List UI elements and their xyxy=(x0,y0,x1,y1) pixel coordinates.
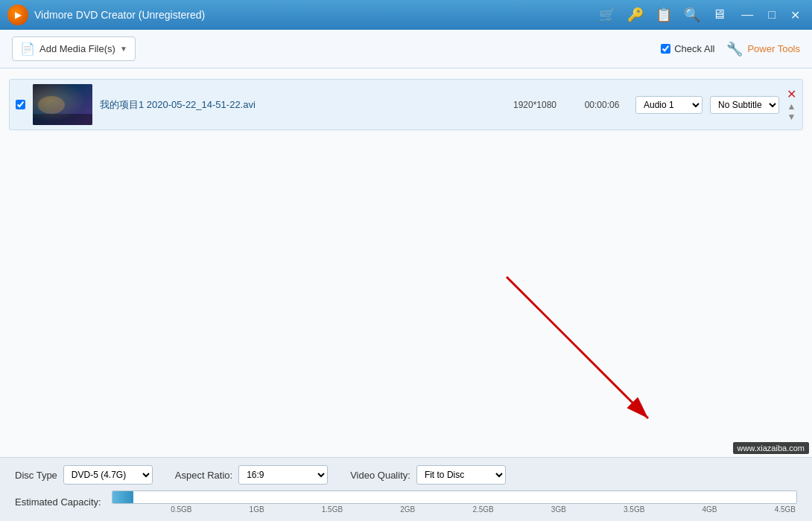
add-file-icon: 📄 xyxy=(20,42,35,56)
close-button[interactable]: ✕ xyxy=(786,7,805,24)
capacity-bar-wrapper: 0.5GB 1GB 1.5GB 2GB 2.5GB 3GB 3.5GB 4GB … xyxy=(112,490,797,514)
video-quality-label: Video Quality: xyxy=(350,470,410,481)
title-bar: ▶ Vidmore DVD Creator (Unregistered) 🛒 🔑… xyxy=(0,0,812,30)
tick-35gb: 3.5GB xyxy=(624,505,644,514)
file-thumbnail xyxy=(33,84,92,125)
tick-1gb: 1GB xyxy=(250,505,264,514)
check-all-label[interactable]: Check All xyxy=(661,43,714,54)
tick-25gb: 2.5GB xyxy=(472,505,493,514)
watermark: www.xiazaiba.com xyxy=(733,442,809,454)
add-media-label: Add Media File(s) xyxy=(39,43,115,54)
move-up-button[interactable]: ▲ xyxy=(787,102,796,111)
disc-type-label: Disc Type xyxy=(15,470,57,481)
disc-type-field: Disc Type DVD-5 (4.7G) DVD-9 (8.5G) BD-2… xyxy=(15,465,153,485)
move-down-button[interactable]: ▼ xyxy=(787,112,796,121)
capacity-label: Estimated Capacity: xyxy=(15,496,104,508)
tick-15gb: 1.5GB xyxy=(322,505,343,514)
aspect-ratio-field: Aspect Ratio: 16:9 4:3 xyxy=(175,465,328,485)
bottom-options-row: Disc Type DVD-5 (4.7G) DVD-9 (8.5G) BD-2… xyxy=(15,465,797,485)
window-controls: — □ ✕ xyxy=(737,7,805,24)
tick-2gb: 2GB xyxy=(400,505,415,514)
file-duration: 00:00:06 xyxy=(576,100,628,110)
search-icon[interactable]: 🔍 xyxy=(680,5,704,25)
svg-line-4 xyxy=(507,277,648,418)
tick-05gb: 0.5GB xyxy=(171,505,191,514)
cart-icon[interactable]: 🛒 xyxy=(595,5,619,25)
power-tools-button[interactable]: 🔧 Power Tools xyxy=(726,41,800,57)
bottom-bar: Disc Type DVD-5 (4.7G) DVD-9 (8.5G) BD-2… xyxy=(0,457,812,521)
title-bar-icons: 🛒 🔑 📋 🔍 🖥 xyxy=(595,5,729,25)
copy-icon[interactable]: 📋 xyxy=(652,5,676,25)
capacity-bar-container xyxy=(112,490,797,504)
file-list: 我的项目1 2020-05-22_14-51-22.avi 1920*1080 … xyxy=(0,68,812,141)
add-media-dropdown-arrow: ▼ xyxy=(120,45,127,53)
file-name: 我的项目1 2020-05-22_14-51-22.avi xyxy=(100,98,494,112)
check-all-checkbox[interactable] xyxy=(661,44,670,54)
toolbar-right: Check All 🔧 Power Tools xyxy=(661,41,800,57)
file-resolution: 1920*1080 xyxy=(501,100,568,110)
subtitle-select[interactable]: No Subtitle Subtitle 1 xyxy=(710,96,779,114)
maximize-button[interactable]: □ xyxy=(764,7,780,23)
tick-45gb: 4.5GB xyxy=(775,505,796,514)
disc-type-select[interactable]: DVD-5 (4.7G) DVD-9 (8.5G) BD-25 (25G) xyxy=(63,465,153,485)
remove-file-button[interactable]: ✕ xyxy=(787,89,796,100)
file-item-controls: ✕ ▲ ▼ xyxy=(787,89,796,121)
app-logo: ▶ xyxy=(7,4,28,25)
video-quality-field: Video Quality: Fit to Disc High Quality … xyxy=(350,465,506,485)
power-tools-label: Power Tools xyxy=(747,43,800,54)
minimize-button[interactable]: — xyxy=(737,7,758,23)
wrench-icon: 🔧 xyxy=(726,41,743,57)
toolbar: 📄 Add Media File(s) ▼ Check All 🔧 Power … xyxy=(0,30,812,68)
tick-4gb: 4GB xyxy=(702,505,717,514)
aspect-ratio-label: Aspect Ratio: xyxy=(175,470,232,481)
key-icon[interactable]: 🔑 xyxy=(624,5,647,25)
video-quality-select[interactable]: Fit to Disc High Quality Medium Quality … xyxy=(416,465,506,485)
app-title: Vidmore DVD Creator (Unregistered) xyxy=(34,9,595,21)
file-checkbox[interactable] xyxy=(16,100,25,109)
add-media-button[interactable]: 📄 Add Media File(s) ▼ xyxy=(12,36,136,61)
capacity-ticks: 0.5GB 1GB 1.5GB 2GB 2.5GB 3GB 3.5GB 4GB … xyxy=(112,505,797,514)
main-content: 我的项目1 2020-05-22_14-51-22.avi 1920*1080 … xyxy=(0,68,812,457)
capacity-bar-fill xyxy=(112,491,133,503)
audio-select[interactable]: Audio 1 Audio 2 xyxy=(635,96,702,114)
check-all-text: Check All xyxy=(674,43,714,54)
aspect-ratio-select[interactable]: 16:9 4:3 xyxy=(238,465,328,485)
tick-3gb: 3GB xyxy=(551,505,566,514)
file-item-row: 我的项目1 2020-05-22_14-51-22.avi 1920*1080 … xyxy=(9,79,803,130)
capacity-row: Estimated Capacity: 0.5GB 1GB 1.5GB 2GB … xyxy=(15,490,797,514)
monitor-icon[interactable]: 🖥 xyxy=(708,5,729,25)
